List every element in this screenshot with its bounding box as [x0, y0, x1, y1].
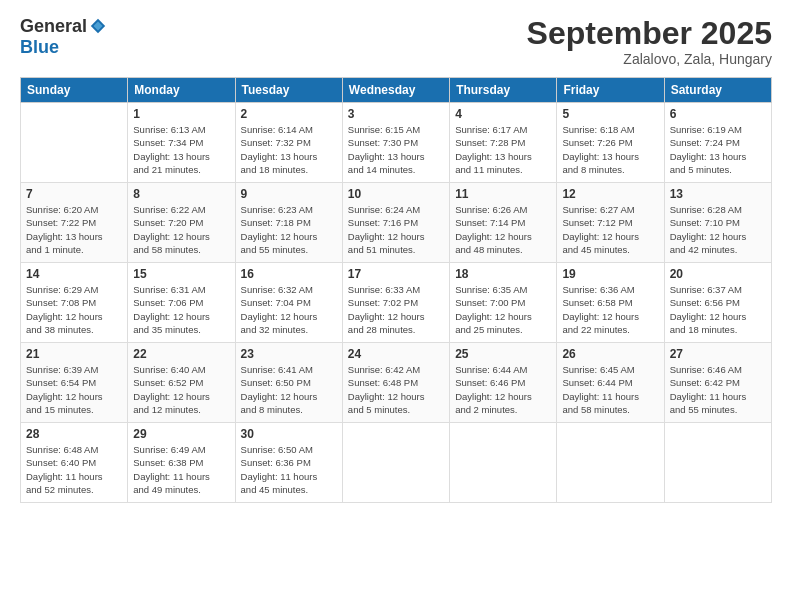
day-info: Sunrise: 6:17 AMSunset: 7:28 PMDaylight:…: [455, 123, 551, 176]
col-sunday: Sunday: [21, 78, 128, 103]
calendar-cell: [21, 103, 128, 183]
calendar-cell: 3Sunrise: 6:15 AMSunset: 7:30 PMDaylight…: [342, 103, 449, 183]
calendar-cell: 1Sunrise: 6:13 AMSunset: 7:34 PMDaylight…: [128, 103, 235, 183]
day-info: Sunrise: 6:26 AMSunset: 7:14 PMDaylight:…: [455, 203, 551, 256]
day-number: 24: [348, 347, 444, 361]
calendar-cell: 15Sunrise: 6:31 AMSunset: 7:06 PMDayligh…: [128, 263, 235, 343]
day-number: 6: [670, 107, 766, 121]
calendar-cell: 10Sunrise: 6:24 AMSunset: 7:16 PMDayligh…: [342, 183, 449, 263]
calendar-table: Sunday Monday Tuesday Wednesday Thursday…: [20, 77, 772, 503]
calendar-cell: 21Sunrise: 6:39 AMSunset: 6:54 PMDayligh…: [21, 343, 128, 423]
day-number: 20: [670, 267, 766, 281]
title-block: September 2025 Zalalovo, Zala, Hungary: [527, 16, 772, 67]
day-info: Sunrise: 6:24 AMSunset: 7:16 PMDaylight:…: [348, 203, 444, 256]
day-info: Sunrise: 6:23 AMSunset: 7:18 PMDaylight:…: [241, 203, 337, 256]
day-number: 1: [133, 107, 229, 121]
day-number: 12: [562, 187, 658, 201]
day-number: 30: [241, 427, 337, 441]
day-info: Sunrise: 6:33 AMSunset: 7:02 PMDaylight:…: [348, 283, 444, 336]
day-number: 10: [348, 187, 444, 201]
calendar-cell: 25Sunrise: 6:44 AMSunset: 6:46 PMDayligh…: [450, 343, 557, 423]
calendar-cell: 5Sunrise: 6:18 AMSunset: 7:26 PMDaylight…: [557, 103, 664, 183]
day-number: 14: [26, 267, 122, 281]
day-number: 5: [562, 107, 658, 121]
day-info: Sunrise: 6:50 AMSunset: 6:36 PMDaylight:…: [241, 443, 337, 496]
day-info: Sunrise: 6:45 AMSunset: 6:44 PMDaylight:…: [562, 363, 658, 416]
week-row-5: 28Sunrise: 6:48 AMSunset: 6:40 PMDayligh…: [21, 423, 772, 503]
calendar-cell: 26Sunrise: 6:45 AMSunset: 6:44 PMDayligh…: [557, 343, 664, 423]
header: General Blue September 2025 Zalalovo, Za…: [20, 16, 772, 67]
day-number: 9: [241, 187, 337, 201]
calendar-cell: [664, 423, 771, 503]
col-monday: Monday: [128, 78, 235, 103]
day-number: 26: [562, 347, 658, 361]
calendar-cell: 13Sunrise: 6:28 AMSunset: 7:10 PMDayligh…: [664, 183, 771, 263]
day-info: Sunrise: 6:44 AMSunset: 6:46 PMDaylight:…: [455, 363, 551, 416]
calendar-cell: 24Sunrise: 6:42 AMSunset: 6:48 PMDayligh…: [342, 343, 449, 423]
calendar-cell: 9Sunrise: 6:23 AMSunset: 7:18 PMDaylight…: [235, 183, 342, 263]
month-title: September 2025: [527, 16, 772, 51]
col-tuesday: Tuesday: [235, 78, 342, 103]
calendar-cell: 29Sunrise: 6:49 AMSunset: 6:38 PMDayligh…: [128, 423, 235, 503]
logo-icon: [89, 17, 107, 35]
logo-general: General: [20, 16, 87, 37]
day-info: Sunrise: 6:46 AMSunset: 6:42 PMDaylight:…: [670, 363, 766, 416]
week-row-2: 7Sunrise: 6:20 AMSunset: 7:22 PMDaylight…: [21, 183, 772, 263]
day-info: Sunrise: 6:32 AMSunset: 7:04 PMDaylight:…: [241, 283, 337, 336]
col-thursday: Thursday: [450, 78, 557, 103]
calendar-cell: 14Sunrise: 6:29 AMSunset: 7:08 PMDayligh…: [21, 263, 128, 343]
day-info: Sunrise: 6:39 AMSunset: 6:54 PMDaylight:…: [26, 363, 122, 416]
day-info: Sunrise: 6:22 AMSunset: 7:20 PMDaylight:…: [133, 203, 229, 256]
day-number: 15: [133, 267, 229, 281]
day-number: 2: [241, 107, 337, 121]
day-info: Sunrise: 6:28 AMSunset: 7:10 PMDaylight:…: [670, 203, 766, 256]
day-info: Sunrise: 6:37 AMSunset: 6:56 PMDaylight:…: [670, 283, 766, 336]
week-row-4: 21Sunrise: 6:39 AMSunset: 6:54 PMDayligh…: [21, 343, 772, 423]
calendar-cell: 28Sunrise: 6:48 AMSunset: 6:40 PMDayligh…: [21, 423, 128, 503]
calendar-cell: 4Sunrise: 6:17 AMSunset: 7:28 PMDaylight…: [450, 103, 557, 183]
calendar-cell: 19Sunrise: 6:36 AMSunset: 6:58 PMDayligh…: [557, 263, 664, 343]
location-subtitle: Zalalovo, Zala, Hungary: [527, 51, 772, 67]
calendar-cell: 23Sunrise: 6:41 AMSunset: 6:50 PMDayligh…: [235, 343, 342, 423]
day-info: Sunrise: 6:14 AMSunset: 7:32 PMDaylight:…: [241, 123, 337, 176]
week-row-3: 14Sunrise: 6:29 AMSunset: 7:08 PMDayligh…: [21, 263, 772, 343]
calendar-cell: 20Sunrise: 6:37 AMSunset: 6:56 PMDayligh…: [664, 263, 771, 343]
day-info: Sunrise: 6:41 AMSunset: 6:50 PMDaylight:…: [241, 363, 337, 416]
day-info: Sunrise: 6:49 AMSunset: 6:38 PMDaylight:…: [133, 443, 229, 496]
col-friday: Friday: [557, 78, 664, 103]
day-info: Sunrise: 6:36 AMSunset: 6:58 PMDaylight:…: [562, 283, 658, 336]
day-number: 23: [241, 347, 337, 361]
day-number: 17: [348, 267, 444, 281]
calendar-cell: [557, 423, 664, 503]
day-number: 21: [26, 347, 122, 361]
calendar-cell: 8Sunrise: 6:22 AMSunset: 7:20 PMDaylight…: [128, 183, 235, 263]
day-info: Sunrise: 6:29 AMSunset: 7:08 PMDaylight:…: [26, 283, 122, 336]
day-number: 27: [670, 347, 766, 361]
calendar-cell: 6Sunrise: 6:19 AMSunset: 7:24 PMDaylight…: [664, 103, 771, 183]
calendar-cell: 30Sunrise: 6:50 AMSunset: 6:36 PMDayligh…: [235, 423, 342, 503]
day-number: 18: [455, 267, 551, 281]
calendar-cell: 2Sunrise: 6:14 AMSunset: 7:32 PMDaylight…: [235, 103, 342, 183]
day-info: Sunrise: 6:13 AMSunset: 7:34 PMDaylight:…: [133, 123, 229, 176]
day-info: Sunrise: 6:31 AMSunset: 7:06 PMDaylight:…: [133, 283, 229, 336]
calendar-cell: 12Sunrise: 6:27 AMSunset: 7:12 PMDayligh…: [557, 183, 664, 263]
calendar-cell: 7Sunrise: 6:20 AMSunset: 7:22 PMDaylight…: [21, 183, 128, 263]
day-info: Sunrise: 6:15 AMSunset: 7:30 PMDaylight:…: [348, 123, 444, 176]
day-number: 8: [133, 187, 229, 201]
day-number: 4: [455, 107, 551, 121]
day-info: Sunrise: 6:40 AMSunset: 6:52 PMDaylight:…: [133, 363, 229, 416]
day-info: Sunrise: 6:20 AMSunset: 7:22 PMDaylight:…: [26, 203, 122, 256]
day-number: 25: [455, 347, 551, 361]
day-info: Sunrise: 6:42 AMSunset: 6:48 PMDaylight:…: [348, 363, 444, 416]
day-number: 16: [241, 267, 337, 281]
calendar-cell: [450, 423, 557, 503]
col-saturday: Saturday: [664, 78, 771, 103]
day-number: 19: [562, 267, 658, 281]
day-info: Sunrise: 6:18 AMSunset: 7:26 PMDaylight:…: [562, 123, 658, 176]
day-info: Sunrise: 6:48 AMSunset: 6:40 PMDaylight:…: [26, 443, 122, 496]
col-wednesday: Wednesday: [342, 78, 449, 103]
day-number: 11: [455, 187, 551, 201]
header-row: Sunday Monday Tuesday Wednesday Thursday…: [21, 78, 772, 103]
day-number: 13: [670, 187, 766, 201]
logo-blue: Blue: [20, 37, 59, 58]
